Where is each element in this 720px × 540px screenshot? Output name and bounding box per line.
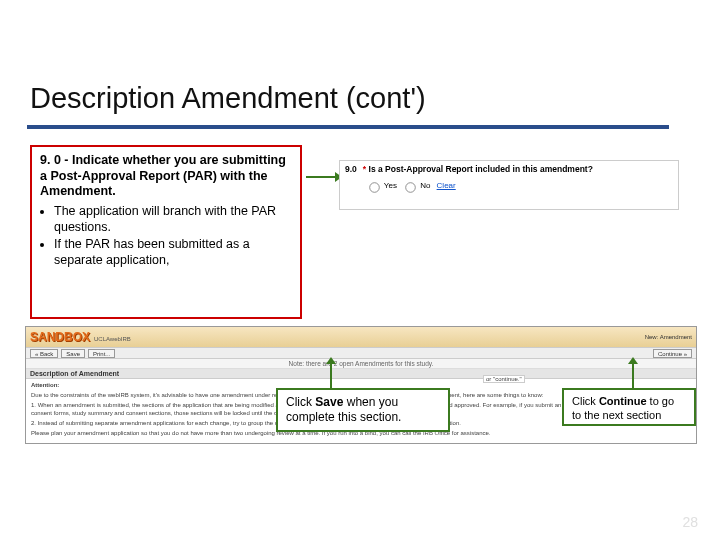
instruction-heading: 9. 0 - Indicate whether you are submitti… xyxy=(40,153,286,198)
print-button[interactable]: Print... xyxy=(88,349,115,358)
radio-no[interactable]: No xyxy=(399,181,430,190)
instruction-bullet-2: If the PAR has been submitted as a separ… xyxy=(54,237,292,268)
attention-label: Attention: xyxy=(31,382,59,388)
slide: Description Amendment (cont') 9. 0 - Ind… xyxy=(0,0,720,540)
instruction-list: The application will branch with the PAR… xyxy=(54,204,292,269)
sandbox-header-right: New: Amendment xyxy=(645,334,692,340)
arrow-to-form xyxy=(306,176,336,178)
arrow-to-continue xyxy=(572,363,644,388)
continue-callout: Click Continue to go to the next section xyxy=(562,388,696,426)
question-number: 9.0 xyxy=(345,164,357,174)
instruction-box: 9. 0 - Indicate whether you are submitti… xyxy=(30,145,302,319)
sandbox-header: SANDBOX UCLAwebIRB New: Amendment xyxy=(26,327,696,347)
sandbox-toolbar: « Back Save Print... Continue » xyxy=(26,347,696,359)
radio-yes[interactable]: Yes xyxy=(363,181,397,190)
radio-row: Yes No Clear xyxy=(363,178,593,194)
save-callout: Click Save when you complete this sectio… xyxy=(276,388,450,432)
required-star: * xyxy=(363,164,366,174)
continue-button[interactable]: Continue » xyxy=(653,349,692,358)
radio-yes-input[interactable] xyxy=(369,182,379,192)
back-button[interactable]: « Back xyxy=(30,349,58,358)
continue-quote: or "continue." xyxy=(483,375,525,383)
clear-link[interactable]: Clear xyxy=(437,181,456,190)
page-number: 28 xyxy=(682,514,698,530)
save-button[interactable]: Save xyxy=(61,349,85,358)
arrow-to-save xyxy=(330,363,332,388)
question-text: Is a Post-Approval Report included in th… xyxy=(369,164,593,174)
sandbox-logo: SANDBOX xyxy=(30,330,90,344)
radio-no-input[interactable] xyxy=(405,182,415,192)
title-underline xyxy=(27,125,669,129)
sandbox-sublogo: UCLAwebIRB xyxy=(94,336,131,342)
instruction-bullet-1: The application will branch with the PAR… xyxy=(54,204,292,235)
form-question-snippet: 9.0 * Is a Post-Approval Report included… xyxy=(339,160,679,210)
page-title: Description Amendment (cont') xyxy=(30,82,426,115)
